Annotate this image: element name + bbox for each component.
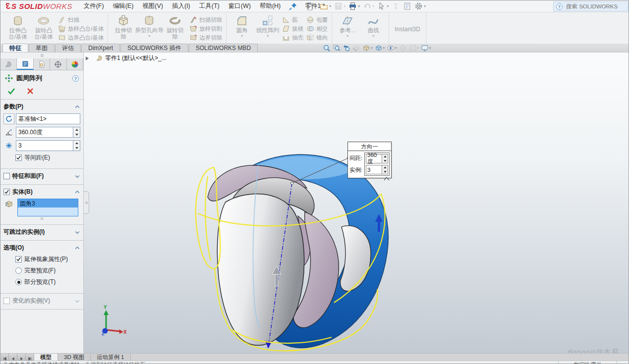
expand-chevron-icon[interactable] bbox=[74, 173, 80, 179]
ribbon-button-draft[interactable]: 拔模 bbox=[281, 24, 305, 33]
dropdown-arrow-icon[interactable]: ▾ bbox=[372, 4, 374, 8]
expand-chevron-icon[interactable] bbox=[74, 298, 80, 304]
ribbon-button-boundary-boss[interactable]: 边界凸台/基体 bbox=[57, 33, 105, 42]
edit-appearance-button[interactable] bbox=[399, 44, 407, 52]
dropdown-arrow-icon[interactable]: ▾ bbox=[395, 46, 397, 50]
dropdown-arrow-icon[interactable]: ▾ bbox=[387, 4, 389, 8]
panel-tab-configuration-manager[interactable] bbox=[34, 58, 50, 70]
panel-splitter-grip[interactable] bbox=[0, 52, 83, 58]
select-button[interactable]: ▾ bbox=[376, 1, 390, 11]
panel-tab-featuremanager-tree[interactable] bbox=[0, 58, 17, 70]
vary-instances-checkbox[interactable] bbox=[3, 298, 10, 304]
tree-expand-icon[interactable] bbox=[86, 56, 89, 60]
callout-spacing-spinner[interactable] bbox=[382, 154, 388, 163]
ribbon-button-cut-boundary[interactable]: 边界切除 bbox=[188, 33, 224, 42]
dropdown-arrow-icon[interactable]: ▾ bbox=[417, 46, 419, 50]
ribbon-button-wrap[interactable]: 包覆 bbox=[305, 15, 329, 24]
ok-button[interactable] bbox=[7, 87, 15, 95]
pin-icon[interactable] bbox=[288, 2, 298, 11]
scroll-first-button[interactable] bbox=[0, 354, 9, 361]
menu-编辑[interactable]: 编辑(E) bbox=[109, 0, 138, 12]
undo-button[interactable]: ▾ bbox=[362, 1, 375, 11]
document-tab-3D 视图[interactable]: 3D 视图 bbox=[58, 354, 91, 361]
partial-preview-radio[interactable] bbox=[15, 279, 22, 285]
callout-instances-field[interactable]: 3 bbox=[366, 165, 382, 174]
callout-collapse-icon[interactable] bbox=[383, 175, 390, 181]
panel-tab-property-manager[interactable] bbox=[17, 58, 33, 70]
dropdown-arrow-icon[interactable]: ▾ bbox=[383, 46, 385, 50]
scroll-prev-button[interactable] bbox=[9, 354, 17, 361]
dropdown-arrow-icon[interactable]: ▾ bbox=[343, 4, 345, 8]
propagate-visual-checkbox[interactable] bbox=[15, 256, 22, 262]
expand-chevron-icon[interactable] bbox=[74, 229, 80, 235]
tab-SOLIDWORKS 插件[interactable]: SOLIDWORKS 插件 bbox=[120, 44, 188, 52]
collapse-chevron-icon[interactable] bbox=[74, 245, 80, 251]
search-input[interactable] bbox=[565, 3, 620, 10]
instance-count-field[interactable]: 3 bbox=[16, 140, 73, 151]
tree-root-label[interactable]: 零件1 (默认<<默认>_... bbox=[105, 54, 167, 62]
ribbon-button-linear-pattern[interactable]: 线性阵列▾ bbox=[255, 13, 281, 44]
equal-spacing-checkbox[interactable] bbox=[15, 155, 22, 161]
selected-body-item[interactable]: 圆角3 bbox=[18, 199, 78, 208]
ribbon-button-fillet[interactable]: 圆角▾ bbox=[229, 13, 255, 44]
feature-tree-flyout[interactable]: 零件1 (默认<<默认>_... bbox=[86, 54, 167, 62]
bodies-selection-list[interactable]: 圆角3 bbox=[17, 199, 78, 216]
panel-tab-display-manager[interactable] bbox=[67, 58, 83, 70]
angle-field[interactable]: 360.00度 bbox=[16, 127, 73, 138]
panel-tab-dimxpert-manager[interactable] bbox=[50, 58, 66, 70]
model-3d-view[interactable] bbox=[84, 52, 629, 353]
ribbon-button-shell[interactable]: 抽壳 bbox=[281, 33, 305, 42]
tab-特征[interactable]: 特征 bbox=[2, 44, 28, 52]
view-orientation-button[interactable]: ▾ bbox=[362, 44, 373, 52]
bodies-checkbox[interactable] bbox=[3, 189, 10, 195]
ribbon-button-cut-extrude[interactable]: 拉伸切除 bbox=[111, 13, 136, 44]
save-button[interactable]: ▾ bbox=[333, 1, 346, 11]
previous-view-button[interactable] bbox=[343, 44, 350, 52]
ribbon-button-cut-loft[interactable]: 放样切割 bbox=[188, 24, 224, 33]
ribbon-button-intersect[interactable]: 相交 bbox=[305, 24, 329, 33]
hide-show-items-button[interactable]: ▾ bbox=[387, 44, 397, 52]
pattern-axis-icon[interactable] bbox=[3, 113, 14, 124]
ribbon-button-mirror[interactable]: 镜向 bbox=[305, 33, 329, 42]
dropdown-arrow-icon[interactable]: ▾ bbox=[148, 34, 150, 38]
ribbon-button-sweep[interactable]: 扫描 bbox=[57, 15, 105, 24]
menu-视图[interactable]: 视图(V) bbox=[138, 0, 168, 12]
dropdown-arrow-icon[interactable]: ▾ bbox=[358, 4, 360, 8]
menu-工具[interactable]: 工具(T) bbox=[195, 0, 224, 12]
menu-帮助[interactable]: 帮助(H) bbox=[255, 0, 285, 12]
dropdown-arrow-icon[interactable]: ▾ bbox=[267, 34, 269, 38]
scroll-next-button[interactable] bbox=[17, 354, 26, 361]
menu-窗口[interactable]: 窗口(W) bbox=[224, 0, 255, 12]
ribbon-button-curves[interactable]: 曲线▾ bbox=[360, 13, 386, 44]
document-tab-模型[interactable]: 模型 bbox=[34, 354, 58, 361]
dropdown-arrow-icon[interactable]: ▾ bbox=[371, 46, 373, 50]
angle-spinner[interactable] bbox=[73, 127, 80, 138]
section-view-button[interactable] bbox=[352, 44, 360, 52]
cancel-button[interactable] bbox=[26, 87, 34, 95]
options-gear-button[interactable]: ▾ bbox=[413, 1, 427, 11]
help-search[interactable]: ? bbox=[553, 1, 629, 11]
callout-spacing-field[interactable]: 360度 bbox=[366, 154, 382, 163]
panel-splitter-handle[interactable] bbox=[84, 191, 89, 214]
rebuild-button[interactable] bbox=[391, 1, 401, 11]
full-preview-radio[interactable] bbox=[15, 267, 22, 274]
file-properties-button[interactable] bbox=[402, 1, 412, 11]
menu-插入[interactable]: 插入(I) bbox=[168, 0, 195, 12]
axis-field[interactable]: 基准轴<1> bbox=[16, 113, 80, 124]
help-icon[interactable]: ? bbox=[72, 75, 79, 82]
tab-SOLIDWORKS MBD[interactable]: SOLIDWORKS MBD bbox=[189, 44, 258, 52]
display-style-button[interactable]: ▾ bbox=[375, 44, 385, 52]
tab-评估[interactable]: 评估 bbox=[55, 44, 81, 52]
ribbon-button-reference-geometry[interactable]: 参考...▾ bbox=[335, 13, 360, 44]
list-resize-grip[interactable] bbox=[3, 216, 80, 220]
menu-文件[interactable]: 文件(F) bbox=[79, 0, 109, 12]
dropdown-arrow-icon[interactable]: ▾ bbox=[241, 34, 243, 38]
count-spinner[interactable] bbox=[73, 140, 80, 151]
tab-草图[interactable]: 草图 bbox=[29, 44, 55, 52]
dropdown-arrow-icon[interactable]: ▾ bbox=[346, 34, 348, 38]
ribbon-button-revolve-boss[interactable]: 旋转凸台/基体 bbox=[31, 13, 57, 44]
zoom-to-fit-button[interactable] bbox=[323, 44, 331, 52]
direction-callout[interactable]: 方向一 间距: 实例: 360度 3 bbox=[347, 142, 392, 178]
ribbon-button-extrude-boss[interactable]: 拉伸凸台/基体 bbox=[5, 13, 31, 44]
ribbon-button-instant3d[interactable]: Instant3D bbox=[392, 13, 423, 44]
